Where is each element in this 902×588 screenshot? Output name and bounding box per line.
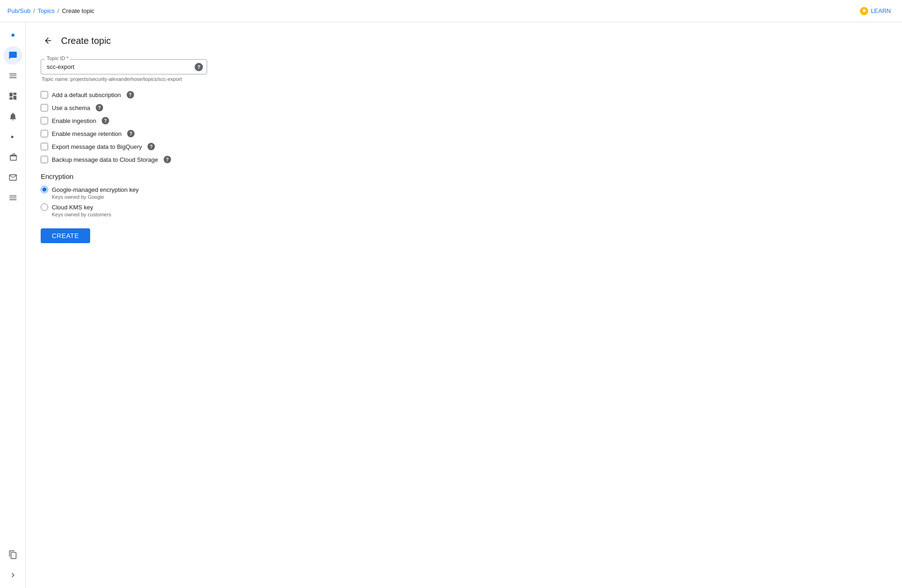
checkbox-use-schema-label: Use a schema <box>52 104 90 111</box>
encryption-radio-group: Google-managed encryption key Keys owned… <box>41 186 263 217</box>
checkbox-enable-ingestion-label: Enable ingestion <box>52 117 96 124</box>
export-bigquery-help-icon[interactable]: ? <box>147 143 155 150</box>
encryption-title: Encryption <box>41 172 263 180</box>
learn-button[interactable]: ★ LEARN <box>856 5 895 17</box>
topic-id-input[interactable] <box>47 63 190 70</box>
breadcrumb-pubsub[interactable]: Pub/Sub <box>7 7 31 14</box>
create-button[interactable]: CREATE <box>41 228 90 243</box>
radio-google-managed-label[interactable]: Google-managed encryption key <box>41 186 263 193</box>
radio-cloud-kms: Cloud KMS key Keys owned by customers <box>41 203 263 217</box>
sidebar-item-list[interactable] <box>4 67 22 85</box>
checkbox-add-subscription-input[interactable] <box>41 91 48 98</box>
checkbox-use-schema[interactable]: Use a schema ? <box>41 104 263 111</box>
checkbox-enable-retention-label: Enable message retention <box>52 130 122 137</box>
topic-id-field-group: Topic ID * ? Topic name: projects/securi… <box>41 59 263 82</box>
checkbox-export-bigquery[interactable]: Export message data to BigQuery ? <box>41 143 263 150</box>
breadcrumb: Pub/Sub / Topics / Create topic <box>7 7 94 14</box>
radio-cloud-kms-hint: Keys owned by customers <box>41 212 263 217</box>
radio-cloud-kms-text: Cloud KMS key <box>52 204 93 211</box>
top-bar: Pub/Sub / Topics / Create topic ★ LEARN <box>0 0 902 22</box>
form-container: Topic ID * ? Topic name: projects/securi… <box>41 59 263 243</box>
checkbox-export-bigquery-label: Export message data to BigQuery <box>52 143 142 150</box>
radio-cloud-kms-input[interactable] <box>41 203 48 211</box>
breadcrumb-topics[interactable]: Topics <box>38 7 55 14</box>
sidebar-item-more[interactable]: • <box>4 128 22 146</box>
breadcrumb-current: Create topic <box>62 7 94 14</box>
sidebar-item-chat[interactable] <box>4 46 22 65</box>
page-title: Create topic <box>61 36 111 46</box>
checkbox-export-bigquery-input[interactable] <box>41 143 48 150</box>
checkbox-add-subscription-label: Add a default subscription <box>52 92 121 98</box>
top-bar-right: ★ LEARN <box>856 5 895 17</box>
breadcrumb-sep1: / <box>33 7 35 14</box>
learn-icon: ★ <box>860 7 868 15</box>
sidebar-item-expand[interactable] <box>4 566 22 584</box>
topic-id-help-icon[interactable]: ? <box>195 63 203 71</box>
checkbox-enable-retention[interactable]: Enable message retention ? <box>41 130 263 137</box>
main-layout: • Create topic <box>0 22 902 588</box>
enable-ingestion-help-icon[interactable]: ? <box>102 117 109 124</box>
radio-google-managed: Google-managed encryption key Keys owned… <box>41 186 263 200</box>
svg-point-0 <box>11 34 14 37</box>
checkbox-enable-ingestion-input[interactable] <box>41 117 48 124</box>
encryption-section: Encryption Google-managed encryption key… <box>41 172 263 217</box>
sidebar-item-menu[interactable] <box>4 189 22 207</box>
sidebar-item-dashboard[interactable] <box>4 87 22 105</box>
back-button[interactable] <box>41 33 55 48</box>
backup-storage-help-icon[interactable]: ? <box>164 156 171 163</box>
checkbox-use-schema-input[interactable] <box>41 104 48 111</box>
radio-google-managed-hint: Keys owned by Google <box>41 194 263 200</box>
enable-retention-help-icon[interactable]: ? <box>127 130 135 137</box>
checkbox-backup-storage-input[interactable] <box>41 156 48 163</box>
topic-id-label: Topic ID * <box>45 55 70 61</box>
checkbox-backup-storage[interactable]: Backup message data to Cloud Storage ? <box>41 156 263 163</box>
checkbox-enable-ingestion[interactable]: Enable ingestion ? <box>41 117 263 124</box>
checkbox-add-subscription[interactable]: Add a default subscription ? <box>41 91 263 98</box>
checkbox-enable-retention-input[interactable] <box>41 130 48 137</box>
topic-id-field: Topic ID * ? <box>41 59 207 74</box>
add-subscription-help-icon[interactable]: ? <box>127 91 134 98</box>
checkbox-group: Add a default subscription ? Use a schem… <box>41 91 263 163</box>
sidebar-item-briefcase[interactable] <box>4 148 22 166</box>
content-area: Create topic Topic ID * ? Topic name: pr… <box>26 22 902 588</box>
sidebar: • <box>0 22 26 588</box>
sidebar-item-message[interactable] <box>4 168 22 187</box>
sidebar-item-dot[interactable] <box>4 26 22 44</box>
breadcrumb-sep2: / <box>57 7 59 14</box>
topic-name-hint: Topic name: projects/security-alexanderh… <box>41 76 263 82</box>
checkbox-backup-storage-label: Backup message data to Cloud Storage <box>52 156 158 163</box>
use-schema-help-icon[interactable]: ? <box>96 104 103 111</box>
page-header: Create topic <box>41 33 887 48</box>
radio-google-managed-text: Google-managed encryption key <box>52 186 139 193</box>
radio-google-managed-input[interactable] <box>41 186 48 193</box>
radio-cloud-kms-label[interactable]: Cloud KMS key <box>41 203 263 211</box>
sidebar-item-copy[interactable] <box>4 545 22 564</box>
sidebar-item-notification[interactable] <box>4 107 22 126</box>
